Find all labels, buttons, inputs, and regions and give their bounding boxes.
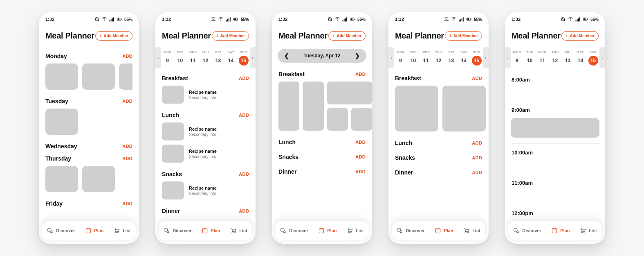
- day-fri[interactable]: FRI13: [561, 47, 574, 68]
- list-icon: [580, 227, 586, 234]
- add-member-button[interactable]: + Add Member: [95, 31, 132, 41]
- week-next-button[interactable]: ›: [250, 47, 256, 68]
- meal-tile[interactable]: [119, 63, 132, 90]
- nav-list[interactable]: List: [463, 227, 480, 234]
- add-button[interactable]: ADD: [355, 140, 366, 145]
- nav-list[interactable]: List: [114, 227, 131, 234]
- nav-discover[interactable]: Discover: [47, 227, 75, 234]
- week-prev-button[interactable]: ‹: [388, 47, 394, 68]
- meal-card[interactable]: [442, 86, 486, 131]
- status-icons: 55%: [444, 16, 482, 22]
- day-mon[interactable]: MON9: [161, 47, 174, 68]
- wifi-icon: [451, 16, 457, 22]
- day-number: 9: [512, 56, 522, 66]
- meal-tile[interactable]: [327, 82, 372, 104]
- nav-discover[interactable]: Discover: [513, 227, 541, 234]
- day-wed[interactable]: WED11: [420, 47, 432, 68]
- meal-tile[interactable]: [82, 166, 115, 192]
- day-sat[interactable]: SAT14: [224, 47, 237, 68]
- week-next-button[interactable]: ›: [483, 47, 489, 68]
- add-button[interactable]: ADD: [239, 172, 249, 177]
- day-sun[interactable]: SUN15: [237, 47, 250, 68]
- nav-discover[interactable]: Discover: [280, 227, 308, 234]
- meal-tile[interactable]: [45, 63, 78, 90]
- add-member-button[interactable]: + Add Member: [561, 31, 599, 41]
- meal-tile[interactable]: [45, 109, 78, 135]
- nav-plan[interactable]: Plan: [202, 227, 220, 234]
- add-button[interactable]: ADD: [239, 76, 249, 81]
- recipe-row[interactable]: Recipe nameSecondary info: [162, 122, 249, 140]
- add-button[interactable]: ADD: [355, 169, 366, 174]
- add-button[interactable]: ADD: [122, 54, 132, 59]
- day-thu[interactable]: THU12: [549, 47, 561, 68]
- day-sat[interactable]: SAT14: [574, 47, 587, 68]
- week-next-button[interactable]: ›: [599, 47, 605, 68]
- day-thu[interactable]: THU12: [199, 47, 212, 68]
- day-tue[interactable]: TUE10: [523, 47, 536, 68]
- add-button[interactable]: ADD: [122, 144, 132, 149]
- add-button[interactable]: ADD: [472, 76, 482, 81]
- scheduled-meal-tile[interactable]: [511, 118, 599, 138]
- add-member-button[interactable]: + Add Member: [212, 31, 249, 41]
- hour-slot[interactable]: 11:00am: [511, 174, 599, 204]
- add-member-button[interactable]: + Add Member: [445, 31, 482, 41]
- nav-list[interactable]: List: [347, 227, 364, 234]
- meal-section: DinnerADD: [395, 169, 482, 176]
- screen-hourly: 1:32 55% Meal Planner + Add Member ‹ MON…: [505, 12, 605, 244]
- day-sun[interactable]: SUN15: [587, 47, 599, 68]
- date-prev-button[interactable]: ❮: [284, 52, 289, 59]
- day-number: 12: [201, 56, 211, 66]
- nav-plan[interactable]: Plan: [435, 227, 453, 234]
- nav-plan[interactable]: Plan: [85, 227, 103, 234]
- day-tue[interactable]: TUE10: [174, 47, 186, 68]
- meal-tile[interactable]: [327, 108, 348, 131]
- add-button[interactable]: ADD: [472, 140, 482, 145]
- nav-discover[interactable]: Discover: [164, 227, 191, 234]
- add-member-button[interactable]: + Add Member: [328, 31, 366, 41]
- week-prev-button[interactable]: ‹: [155, 47, 161, 68]
- add-button[interactable]: ADD: [239, 208, 249, 213]
- add-button[interactable]: ADD: [355, 72, 366, 77]
- meal-card[interactable]: [395, 86, 438, 131]
- nav-plan[interactable]: Plan: [551, 227, 570, 234]
- recipe-row[interactable]: Recipe nameSecondary info: [162, 181, 249, 199]
- day-abbrev: FRI: [215, 50, 221, 54]
- day-label: Wednesday: [45, 143, 77, 150]
- meal-tile[interactable]: [45, 166, 78, 192]
- day-tue[interactable]: TUE10: [407, 47, 420, 68]
- add-button[interactable]: ADD: [122, 156, 132, 161]
- nav-discover[interactable]: Discover: [397, 227, 424, 234]
- meal-tile[interactable]: [303, 82, 323, 131]
- hour-slot[interactable]: 9:00am: [511, 101, 599, 143]
- date-next-button[interactable]: ❯: [355, 52, 360, 59]
- day-mon[interactable]: MON9: [511, 47, 523, 68]
- day-sat[interactable]: SAT14: [458, 47, 470, 68]
- hour-slot[interactable]: 10:00am: [511, 143, 599, 174]
- day-thu[interactable]: THU12: [432, 47, 445, 68]
- meal-tile[interactable]: [278, 82, 299, 131]
- day-mon[interactable]: MON9: [394, 47, 407, 68]
- day-fri[interactable]: FRI13: [212, 47, 224, 68]
- week-prev-button[interactable]: ‹: [505, 47, 511, 68]
- nav-plan[interactable]: Plan: [318, 227, 337, 234]
- add-button[interactable]: ADD: [122, 99, 132, 104]
- add-button[interactable]: ADD: [472, 155, 482, 160]
- add-button[interactable]: ADD: [122, 201, 132, 206]
- hour-slot[interactable]: 12:00pm: [511, 204, 599, 217]
- nav-list[interactable]: List: [230, 227, 247, 234]
- day-wed[interactable]: WED11: [536, 47, 549, 68]
- nav-list[interactable]: List: [580, 227, 597, 234]
- add-button[interactable]: ADD: [472, 170, 482, 175]
- meal-tile[interactable]: [351, 108, 372, 131]
- add-button[interactable]: ADD: [355, 154, 366, 159]
- day-number: 15: [472, 56, 482, 66]
- meal-tile[interactable]: [82, 63, 115, 90]
- hour-slot[interactable]: 8:00am: [511, 71, 599, 101]
- hour-label: 12:00pm: [512, 210, 599, 216]
- day-sun[interactable]: SUN15: [470, 47, 483, 68]
- recipe-row[interactable]: Recipe nameSecondary info: [162, 86, 249, 104]
- recipe-row[interactable]: Recipe nameSecondary info: [162, 145, 249, 163]
- day-fri[interactable]: FRI13: [445, 47, 458, 68]
- day-wed[interactable]: WED11: [186, 47, 199, 68]
- add-button[interactable]: ADD: [239, 113, 249, 118]
